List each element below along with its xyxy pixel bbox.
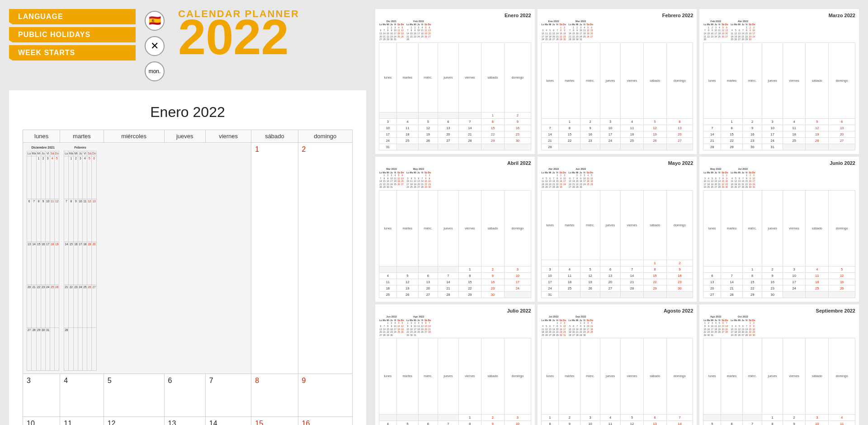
mini-calendar-feb: Febrero LuMaMiJuViSáDo 123456 7891011121…	[64, 145, 96, 371]
day-2: 2	[298, 143, 352, 374]
day-8: 8	[251, 374, 298, 416]
language-badge[interactable]: LANGUAGE	[9, 9, 136, 24]
left-panel: LANGUAGE PUBLIC HOLIDAYS WEEK STARTS 🇪🇸 …	[9, 9, 366, 425]
day-1: 1	[251, 143, 298, 374]
day-9: 9	[298, 374, 352, 416]
table-row: 10 11 12 13 14 15 16	[23, 416, 353, 425]
col-header-martes: martes	[60, 130, 104, 143]
day-12: 12	[104, 416, 164, 425]
day-14: 14	[205, 416, 251, 425]
holidays-icon[interactable]: ✕	[145, 36, 165, 56]
flag-icon: 🇪🇸	[149, 15, 161, 27]
main-month-title: Enero 2022	[23, 104, 353, 121]
mini-card-junio: Junio 2022 May 2022LuMaMiJuViSáDo1234567…	[699, 157, 859, 302]
mini-month-title-mayo: Mayo 2022	[541, 160, 693, 166]
mini-card-febrero: Febrero 2022 Ene 2022LuMaMiJuViSáDo12345…	[538, 9, 697, 154]
week-icon[interactable]: mon.	[145, 61, 165, 81]
col-header-lunes: lunes	[23, 130, 60, 143]
title-column: CALENDAR PLANNER 2022	[178, 9, 299, 59]
holidays-badge[interactable]: PUBLIC HOLIDAYS	[9, 27, 136, 42]
cal-year: 2022	[178, 14, 289, 59]
mini-month-title-marzo: Marzo 2022	[703, 13, 855, 18]
day-16: 16	[298, 416, 352, 425]
mini-month-title-febrero: Febrero 2022	[541, 13, 693, 18]
cross-icon: ✕	[151, 40, 159, 52]
right-panel: Enero 2022 Dic 2021LuMaMiJuViSáDo1234567…	[375, 9, 859, 425]
day-7: 7	[205, 374, 251, 416]
holidays-label: PUBLIC HOLIDAYS	[18, 31, 90, 38]
day-11: 11	[60, 416, 104, 425]
mini-enero-table: lunesmartesmiérc.juevesviernessábadodomi…	[379, 42, 531, 151]
day-10: 10	[23, 416, 60, 425]
language-icon[interactable]: 🇪🇸	[145, 11, 165, 31]
day-5: 5	[104, 374, 164, 416]
mini-month-title-enero: Enero 2022	[379, 13, 531, 18]
mini-card-mayo: Mayo 2022 Abr 2022LuMaMiJuViSáDo12345678…	[538, 157, 697, 302]
mini-card-abril: Abril 2022 Mar 2022LuMaMiJuViSáDo1234567…	[375, 157, 535, 302]
main-calendar: Enero 2022 lunes martes miércoles jueves…	[9, 90, 366, 425]
table-row: 3 4 5 6 7 8 9	[23, 374, 353, 416]
week-starts-badge[interactable]: WEEK STARTS	[9, 45, 136, 61]
col-header-jueves: jueves	[164, 130, 205, 143]
mini-month-title-junio: Junio 2022	[703, 160, 855, 166]
day-6: 6	[164, 374, 205, 416]
day-15: 15	[251, 416, 298, 425]
mini-month-title-agosto: Agosto 2022	[541, 308, 693, 313]
table-row: Diciembre 2021 LuMaMiJuViSáDo 12345 6789…	[23, 143, 353, 374]
mini-card-enero: Enero 2022 Dic 2021LuMaMiJuViSáDo1234567…	[375, 9, 535, 154]
language-label: LANGUAGE	[18, 13, 63, 20]
week-starts-label: WEEK STARTS	[18, 49, 75, 56]
main-calendar-table: lunes martes miércoles jueves viernes sá…	[23, 130, 353, 425]
mini-card-julio: Julio 2022 Jun 2022LuMaMiJuViSáDo1234567…	[375, 304, 535, 425]
col-header-viernes: viernes	[205, 130, 251, 143]
mini-month-title-julio: Julio 2022	[379, 308, 531, 313]
mini-card-septiembre: Septiembre 2022 Ago 2022LuMaMiJuViSáDo12…	[699, 304, 859, 425]
top-controls: LANGUAGE PUBLIC HOLIDAYS WEEK STARTS 🇪🇸 …	[9, 9, 366, 81]
col-header-miercoles: miércoles	[104, 130, 164, 143]
mini-month-title-septiembre: Septiembre 2022	[703, 308, 855, 313]
day-13: 13	[164, 416, 205, 425]
mini-cal-cell: Diciembre 2021 LuMaMiJuViSáDo 12345 6789…	[23, 143, 251, 374]
mini-month-title-abril: Abril 2022	[379, 160, 531, 166]
day-3: 3	[23, 374, 60, 416]
col-header-sabado: sábado	[251, 130, 298, 143]
mini-card-marzo: Marzo 2022 Feb 2022LuMaMiJuViSáDo1234567…	[699, 9, 859, 154]
day-4: 4	[60, 374, 104, 416]
mini-card-agosto: Agosto 2022 Jul 2022LuMaMiJuViSáDo123456…	[538, 304, 697, 425]
mon-icon: mon.	[149, 68, 161, 75]
col-header-domingo: domingo	[298, 130, 352, 143]
mini-calendar-dec: Diciembre 2021 LuMaMiJuViSáDo 12345 6789…	[27, 145, 59, 371]
badges-column: LANGUAGE PUBLIC HOLIDAYS WEEK STARTS	[9, 9, 136, 61]
icons-column: 🇪🇸 ✕ mon.	[145, 11, 165, 81]
